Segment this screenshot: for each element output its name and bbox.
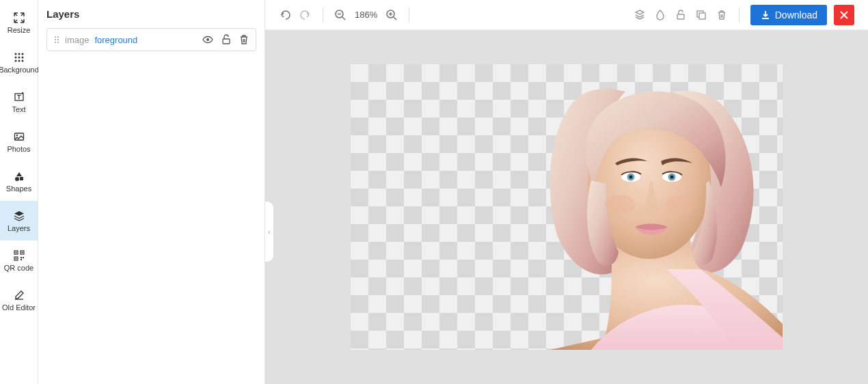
layers-icon bbox=[12, 209, 26, 223]
nav-photos[interactable]: Photos bbox=[0, 122, 38, 161]
svg-point-47 bbox=[629, 176, 633, 179]
svg-point-31 bbox=[57, 42, 59, 43]
panel-collapse-handle[interactable]: ‹ bbox=[265, 201, 274, 262]
opacity-icon[interactable] bbox=[654, 9, 666, 21]
svg-point-32 bbox=[206, 38, 209, 41]
edit-icon bbox=[12, 288, 26, 302]
svg-point-0 bbox=[14, 53, 16, 55]
svg-rect-20 bbox=[21, 252, 23, 253]
svg-point-28 bbox=[55, 39, 56, 40]
download-label: Download bbox=[775, 10, 817, 20]
qrcode-icon bbox=[12, 249, 26, 262]
layer-name[interactable]: foreground bbox=[94, 35, 197, 45]
svg-rect-43 bbox=[699, 13, 705, 19]
duplicate-icon[interactable] bbox=[695, 9, 707, 21]
nav-label: Photos bbox=[7, 145, 30, 153]
delete-icon[interactable] bbox=[239, 34, 249, 45]
close-icon bbox=[839, 10, 849, 20]
layers-panel: Layers image foreground bbox=[38, 0, 265, 384]
lock-icon[interactable] bbox=[221, 34, 231, 45]
download-icon bbox=[760, 10, 771, 20]
svg-point-27 bbox=[57, 36, 59, 38]
svg-point-52 bbox=[666, 195, 696, 214]
nav-label: Text bbox=[12, 105, 25, 113]
lock-tb-icon[interactable] bbox=[675, 9, 687, 21]
nav-label: Old Editor bbox=[2, 303, 36, 312]
nav-label: Resize bbox=[8, 26, 31, 34]
svg-point-30 bbox=[55, 42, 56, 43]
svg-point-14 bbox=[16, 135, 17, 136]
svg-point-8 bbox=[21, 60, 23, 62]
canvas[interactable] bbox=[351, 64, 783, 350]
svg-line-35 bbox=[342, 17, 345, 20]
nav-old-editor[interactable]: Old Editor bbox=[0, 280, 38, 320]
delete-tb-icon[interactable] bbox=[716, 9, 728, 21]
text-icon: T bbox=[12, 90, 26, 104]
svg-text:T: T bbox=[17, 94, 21, 100]
zoom-out-icon[interactable] bbox=[334, 9, 347, 21]
zoom-in-icon[interactable] bbox=[385, 9, 398, 21]
photos-icon bbox=[12, 130, 26, 143]
panel-title: Layers bbox=[46, 8, 256, 20]
zoom-label: 186% bbox=[355, 10, 377, 20]
separator bbox=[739, 8, 740, 23]
svg-point-26 bbox=[55, 36, 56, 38]
nav-shapes[interactable]: Shapes bbox=[0, 161, 38, 201]
svg-rect-24 bbox=[23, 257, 24, 258]
layer-type: image bbox=[65, 35, 89, 45]
zoom-group: 186% bbox=[334, 9, 398, 21]
visibility-icon[interactable] bbox=[202, 34, 213, 45]
svg-rect-18 bbox=[15, 252, 16, 253]
svg-point-2 bbox=[21, 53, 23, 55]
layer-tools-group bbox=[634, 9, 728, 21]
layers-tb-icon[interactable] bbox=[634, 9, 646, 21]
layer-actions bbox=[202, 34, 249, 45]
nav-resize[interactable]: Resize bbox=[0, 3, 38, 42]
svg-rect-41 bbox=[677, 14, 684, 19]
svg-point-7 bbox=[18, 60, 20, 62]
svg-point-5 bbox=[21, 57, 23, 59]
nav-background[interactable]: Background bbox=[0, 42, 38, 82]
drag-handle-icon[interactable] bbox=[54, 36, 59, 44]
undo-icon[interactable] bbox=[279, 9, 291, 21]
nav-text[interactable]: T Text bbox=[0, 82, 38, 122]
separator bbox=[409, 8, 409, 23]
nav-label: Background bbox=[0, 66, 39, 74]
svg-rect-23 bbox=[21, 257, 22, 258]
nav-layers[interactable]: Layers bbox=[0, 201, 38, 241]
svg-point-15 bbox=[15, 177, 19, 181]
svg-line-38 bbox=[394, 17, 396, 20]
svg-point-3 bbox=[14, 57, 16, 59]
svg-point-6 bbox=[14, 60, 16, 62]
svg-rect-16 bbox=[20, 177, 23, 180]
download-button[interactable]: Download bbox=[750, 5, 827, 25]
svg-point-29 bbox=[57, 39, 59, 40]
resize-icon bbox=[12, 11, 26, 25]
nav-label: Shapes bbox=[6, 184, 31, 193]
canvas-viewport[interactable]: ‹ bbox=[265, 30, 868, 384]
svg-rect-25 bbox=[21, 259, 22, 260]
svg-rect-22 bbox=[15, 258, 16, 260]
nav-label: QR code bbox=[4, 264, 33, 272]
layer-item[interactable]: image foreground bbox=[46, 28, 256, 51]
canvas-area: 186% Download bbox=[265, 0, 868, 384]
svg-point-1 bbox=[18, 53, 20, 55]
background-icon bbox=[12, 51, 26, 64]
sidebar-nav: Resize Background T Text Photos Shapes L… bbox=[0, 0, 38, 384]
toolbar: 186% Download bbox=[265, 0, 868, 30]
history-group bbox=[279, 9, 312, 21]
svg-rect-33 bbox=[223, 39, 230, 44]
shapes-icon bbox=[12, 169, 26, 183]
nav-qrcode[interactable]: QR code bbox=[0, 241, 38, 280]
svg-point-50 bbox=[670, 176, 674, 179]
nav-label: Layers bbox=[8, 224, 30, 232]
foreground-image[interactable] bbox=[509, 64, 783, 350]
close-button[interactable] bbox=[834, 5, 854, 25]
svg-point-51 bbox=[605, 195, 635, 214]
redo-icon[interactable] bbox=[299, 9, 312, 21]
svg-point-4 bbox=[18, 57, 20, 59]
separator bbox=[323, 8, 323, 23]
